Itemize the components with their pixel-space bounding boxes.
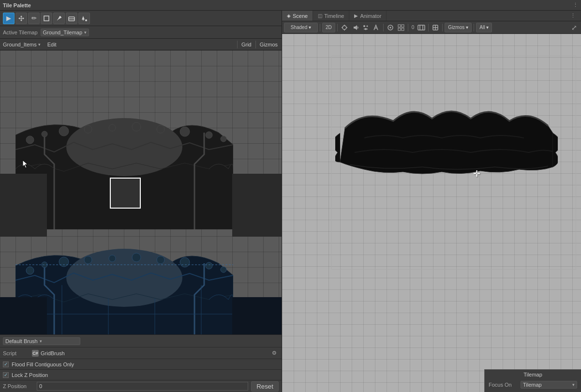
svg-rect-0	[44, 16, 49, 21]
main-layout: ▶ ✏	[0, 11, 581, 392]
svg-rect-48	[398, 25, 401, 27]
dark-corner-tr	[232, 174, 282, 237]
tilemap-bottom-panel: Tilemap Focus On Tilemap ▾	[484, 369, 581, 392]
svg-point-6	[42, 131, 47, 137]
fill-tool-btn[interactable]	[78, 13, 90, 24]
all-dropdown[interactable]: All ▾	[476, 23, 492, 32]
ground-items-dropdown[interactable]: Ground_Items ▾	[0, 41, 44, 48]
svg-point-5	[26, 136, 34, 144]
scene-sep-7	[474, 24, 474, 31]
tile-art-svg-2	[15, 237, 233, 334]
svg-point-18	[26, 267, 34, 274]
paint-tool-btn[interactable]: ✏	[28, 13, 40, 24]
all-arrow: ▾	[486, 25, 489, 30]
grid-btn[interactable]: Grid	[237, 41, 255, 48]
svg-point-3	[85, 19, 87, 21]
shaded-label: Shaded	[291, 25, 307, 30]
effects-icon-btn[interactable]	[372, 23, 381, 32]
svg-point-7	[59, 126, 69, 136]
svg-point-25	[180, 257, 190, 267]
maximize-btn[interactable]: ⤢	[569, 23, 579, 32]
tab-scene[interactable]: ◈ Scene	[282, 11, 313, 21]
move-tool-btn[interactable]	[15, 13, 27, 24]
animator-icon: ▶	[354, 13, 358, 18]
script-cs-icon: C#	[32, 350, 39, 357]
svg-point-27	[221, 267, 226, 272]
svg-point-22	[109, 255, 116, 262]
tilemap-panel-focus-row: Focus On Tilemap ▾	[489, 379, 577, 390]
focus-on-label: Focus On	[489, 382, 518, 388]
ground-items-arrow: ▾	[38, 42, 41, 47]
dark-corner-bl	[0, 297, 47, 334]
picker-tool-btn[interactable]	[53, 13, 65, 24]
box-tool-btn[interactable]	[41, 13, 52, 24]
reset-btn[interactable]: Reset	[251, 381, 279, 392]
dark-corner-tl	[0, 174, 47, 237]
scene-sep-4	[408, 24, 408, 31]
nav-icon-btn[interactable]	[386, 23, 395, 32]
script-settings-btn[interactable]: ⚙	[270, 349, 279, 358]
flood-fill-row: ✓ Flood Fill Contiguous Only	[0, 359, 282, 370]
shaded-dropdown[interactable]: Shaded ▾	[284, 23, 318, 32]
scene-tab-bar: ◈ Scene ◫ Timeline ▶ Animator ⋮	[282, 11, 581, 21]
shaded-arrow: ▾	[309, 25, 311, 30]
script-row: Script C# GridBrush ⚙	[0, 347, 282, 359]
ground-gizmos-btn[interactable]: Gizmos	[255, 41, 282, 48]
svg-rect-49	[402, 25, 404, 27]
svg-point-11	[157, 125, 164, 133]
scene-icon: ◈	[287, 13, 291, 18]
tab-menu-btn[interactable]: ⋮	[566, 11, 581, 21]
tile-selection-rect	[110, 178, 141, 209]
svg-point-10	[132, 122, 141, 131]
animator-tab-label: Animator	[360, 13, 381, 19]
brush-row: Default Brush ▾	[0, 335, 282, 347]
scene-sep-1	[320, 24, 320, 31]
lock-z-checkbox[interactable]: ✓	[3, 372, 9, 378]
flood-fill-checkbox[interactable]: ✓	[3, 362, 9, 367]
svg-point-43	[365, 28, 367, 30]
focus-on-dropdown[interactable]: Tilemap ▾	[521, 381, 577, 389]
scene-shape-container	[335, 90, 558, 184]
flood-fill-label: Flood Fill Contiguous Only	[12, 362, 74, 367]
z-position-input[interactable]	[37, 382, 248, 391]
svg-point-47	[390, 27, 391, 28]
tool-toolbar: ▶ ✏	[0, 11, 282, 26]
svg-point-8	[84, 125, 92, 133]
tab-spacer	[387, 11, 566, 21]
brush-dropdown[interactable]: Default Brush ▾	[3, 337, 80, 345]
tab-timeline[interactable]: ◫ Timeline	[313, 11, 349, 21]
audio-icon-btn[interactable]	[350, 23, 360, 32]
tile-canvas[interactable]	[0, 50, 282, 334]
svg-point-26	[206, 262, 212, 269]
svg-point-20	[59, 257, 69, 267]
erase-tool-btn[interactable]	[66, 13, 77, 24]
active-tilemap-row: Active Tilemap Ground_Tilemap ▾	[0, 26, 282, 39]
2d-btn[interactable]: 2D	[322, 23, 335, 32]
svg-point-24	[157, 256, 164, 264]
svg-rect-52	[418, 25, 425, 30]
select-tool-btn[interactable]: ▶	[3, 13, 15, 24]
scene-view[interactable]: ✛ Tilemap Focus On Tilemap ▾	[282, 34, 581, 392]
scene-more-2[interactable]	[431, 23, 440, 32]
light-icon-btn[interactable]	[340, 23, 349, 32]
right-panel: ◈ Scene ◫ Timeline ▶ Animator ⋮ Shaded ▾…	[282, 11, 581, 392]
scene-sep-6	[442, 24, 443, 31]
tile-art-svg-1	[15, 106, 233, 229]
ground-edit-btn[interactable]: Edit	[44, 41, 60, 48]
gizmos-dropdown[interactable]: Gizmos ▾	[445, 23, 472, 32]
scene-tab-label: Scene	[293, 13, 308, 19]
svg-rect-50	[398, 28, 401, 30]
svg-point-14	[221, 136, 226, 142]
particles-icon-btn[interactable]	[361, 23, 371, 32]
timeline-tab-label: Timeline	[324, 13, 344, 19]
tab-animator[interactable]: ▶ Animator	[349, 11, 387, 21]
grid-icon-btn[interactable]	[396, 23, 406, 32]
scene-toolbar: Shaded ▾ 2D	[282, 21, 581, 34]
tilemap-value: Ground_Tilemap	[43, 30, 83, 35]
tile-palette-menu-btn[interactable]: ⋮	[573, 2, 578, 8]
scene-more-1[interactable]	[417, 23, 426, 32]
tilemap-dropdown[interactable]: Ground_Tilemap ▾	[41, 29, 89, 36]
brush-label: Default Brush	[5, 338, 38, 344]
ground-items-label: Ground_Items	[3, 42, 37, 47]
tile-palette-title: Tile Palette	[3, 2, 31, 8]
